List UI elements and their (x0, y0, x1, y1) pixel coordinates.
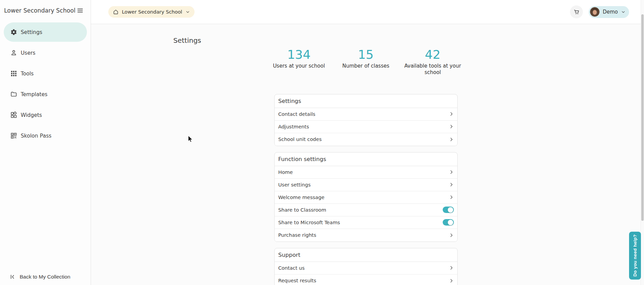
sidebar-item-label: Templates (21, 91, 48, 97)
row-request-results[interactable]: Request results (275, 274, 457, 285)
apps-grid-icon (10, 70, 17, 77)
chevron-right-icon (449, 170, 454, 175)
chevron-down-icon (621, 10, 626, 14)
row-contact-us[interactable]: Contact us (275, 262, 457, 274)
user-menu-dropdown[interactable]: Demo (589, 6, 629, 18)
row-school-unit-codes[interactable]: School unit codes (275, 133, 457, 146)
sidebar: Lower Secondary School Settings Users To… (0, 0, 91, 285)
sidebar-item-label: Widgets (21, 112, 42, 118)
chevron-right-icon (449, 195, 454, 200)
scrollbar-thumb[interactable] (641, 14, 644, 221)
hamburger-icon (77, 7, 84, 14)
sidebar-item-label: Skolon Pass (21, 133, 52, 139)
chevron-right-icon (449, 137, 454, 142)
topbar: Lower Secondary School Demo (91, 0, 644, 24)
school-selector-label: Lower Secondary School (122, 9, 182, 15)
row-welcome-message[interactable]: Welcome message (275, 191, 457, 204)
sidebar-item-tools[interactable]: Tools (4, 64, 87, 83)
support-card: Support Contact us Request results (274, 248, 458, 285)
gear-icon (10, 29, 17, 36)
stat-label: Available tools at your school (399, 63, 466, 76)
chevron-right-icon (449, 265, 454, 270)
cart-icon (573, 9, 580, 15)
chevron-down-icon (185, 10, 190, 14)
stat-users: 134 Users at your school (265, 47, 332, 76)
share-to-classroom-toggle[interactable] (443, 207, 454, 213)
sidebar-item-label: Tools (21, 71, 34, 77)
stat-label: Users at your school (265, 63, 332, 69)
menu-toggle-button[interactable] (75, 6, 85, 15)
row-label: Welcome message (278, 195, 325, 200)
sidebar-nav: Settings Users Tools Templates Widgets (0, 21, 91, 147)
cart-button[interactable] (570, 5, 583, 18)
qr-code-icon (10, 132, 17, 140)
back-icon (10, 274, 16, 280)
chevron-right-icon (449, 233, 454, 238)
row-label: Contact details (278, 111, 315, 117)
stat-label: Number of classes (332, 63, 399, 69)
page-title: Settings (173, 36, 558, 44)
school-stats: 134 Users at your school 15 Number of cl… (173, 47, 558, 76)
stat-value: 15 (332, 47, 399, 62)
card-title: Settings (275, 94, 457, 108)
chevron-right-icon (449, 278, 454, 283)
help-tab-label: Do you need help? (632, 234, 638, 277)
row-label: Share to Microsoft Teams (278, 220, 340, 225)
stat-value: 42 (399, 47, 466, 62)
home-icon (113, 9, 119, 15)
row-label: Adjustments (278, 124, 309, 129)
row-adjustments[interactable]: Adjustments (275, 121, 457, 133)
share-to-microsoft-teams-toggle[interactable] (443, 219, 454, 226)
function-settings-card: Function settings Home User settings Wel… (274, 152, 458, 242)
sidebar-item-templates[interactable]: Templates (4, 85, 87, 104)
sidebar-item-users[interactable]: Users (4, 43, 87, 63)
back-to-my-collection-label: Back to My Collection (20, 274, 70, 280)
sidebar-header: Lower Secondary School (0, 0, 91, 21)
card-title: Support (275, 248, 457, 262)
settings-card: Settings Contact details Adjustments Sch… (274, 94, 458, 146)
row-share-to-classroom: Share to Classroom (275, 204, 457, 216)
sidebar-item-widgets[interactable]: Widgets (4, 105, 87, 125)
row-share-to-microsoft-teams: Share to Microsoft Teams (275, 216, 457, 229)
toggle-knob (448, 220, 453, 225)
scrollbar[interactable] (641, 0, 644, 285)
stat-tools: 42 Available tools at your school (399, 47, 466, 76)
row-contact-details[interactable]: Contact details (275, 108, 457, 121)
chevron-right-icon (449, 111, 454, 117)
chevron-right-icon (449, 124, 454, 129)
row-home[interactable]: Home (275, 166, 457, 179)
person-icon (10, 49, 17, 57)
row-label: Request results (278, 278, 316, 283)
toggle-knob (448, 207, 453, 213)
sidebar-item-label: Settings (21, 29, 42, 35)
sidebar-item-skolon-pass[interactable]: Skolon Pass (4, 126, 87, 145)
main-content: Settings 134 Users at your school 15 Num… (91, 24, 641, 285)
row-label: Purchase rights (278, 232, 316, 238)
avatar (590, 7, 600, 17)
card-title: Function settings (275, 153, 457, 166)
school-selector-dropdown[interactable]: Lower Secondary School (108, 6, 195, 18)
sidebar-item-settings[interactable]: Settings (4, 22, 87, 42)
row-purchase-rights[interactable]: Purchase rights (275, 229, 457, 242)
sidebar-footer: Back to My Collection (0, 274, 91, 285)
row-label: Home (278, 170, 293, 175)
row-label: Contact us (278, 265, 305, 271)
row-label: Share to Classroom (278, 207, 326, 213)
sidebar-item-label: Users (21, 50, 35, 56)
sidebar-school-title: Lower Secondary School (4, 7, 75, 14)
help-tab-button[interactable]: Do you need help? (629, 232, 641, 280)
row-label: School unit codes (278, 137, 322, 142)
stat-classes: 15 Number of classes (332, 47, 399, 76)
chevron-right-icon (449, 182, 454, 187)
user-name: Demo (603, 9, 618, 15)
back-to-my-collection-button[interactable]: Back to My Collection (10, 274, 70, 280)
row-label: User settings (278, 182, 311, 188)
folder-icon (10, 91, 17, 98)
topbar-right: Demo (570, 5, 629, 18)
row-user-settings[interactable]: User settings (275, 179, 457, 191)
widgets-icon (10, 111, 17, 119)
stat-value: 134 (265, 47, 332, 62)
